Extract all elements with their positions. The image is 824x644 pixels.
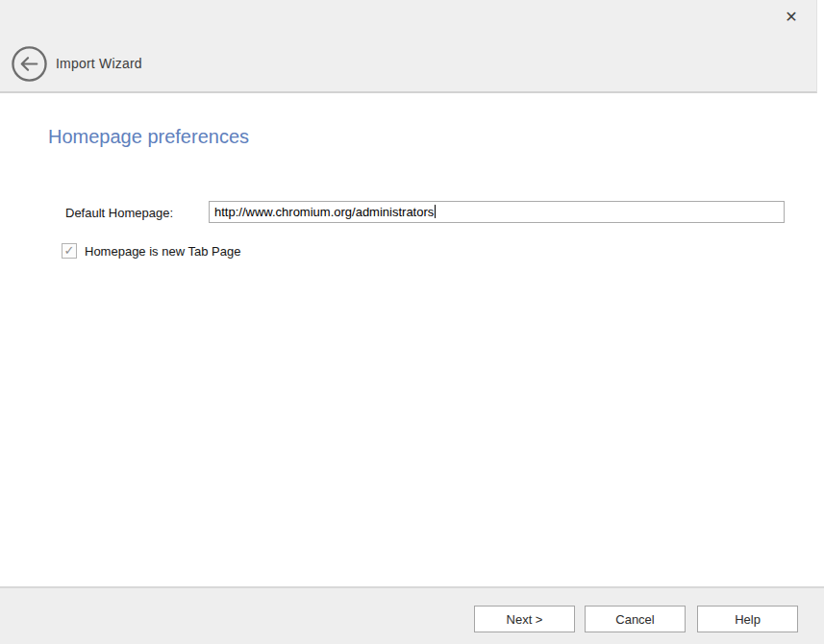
default-homepage-value: http://www.chromium.org/administrators — [214, 205, 434, 219]
homepage-newtab-checkbox[interactable]: ✓ — [62, 243, 77, 259]
default-homepage-label: Default Homepage: — [65, 206, 173, 220]
wizard-header: Import Wizard ✕ — [0, 0, 817, 93]
close-button[interactable]: ✕ — [778, 4, 805, 31]
homepage-newtab-label: Homepage is new Tab Page — [85, 244, 240, 259]
wizard-footer: Next > Cancel Help — [0, 586, 824, 644]
back-arrow-icon — [11, 45, 48, 83]
default-homepage-input[interactable]: http://www.chromium.org/administrators — [209, 201, 785, 223]
cancel-button[interactable]: Cancel — [585, 606, 686, 632]
next-button[interactable]: Next > — [474, 606, 575, 632]
wizard-title: Import Wizard — [56, 56, 142, 71]
homepage-newtab-row: ✓ Homepage is new Tab Page — [62, 243, 240, 259]
text-caret — [435, 205, 436, 218]
page-title: Homepage preferences — [48, 126, 249, 148]
back-button[interactable] — [11, 45, 48, 83]
checkmark-icon: ✓ — [64, 244, 75, 257]
import-wizard-window: Import Wizard ✕ Homepage preferences Def… — [0, 0, 824, 644]
wizard-body: Homepage preferences Default Homepage: h… — [0, 95, 824, 586]
help-button[interactable]: Help — [697, 606, 798, 632]
